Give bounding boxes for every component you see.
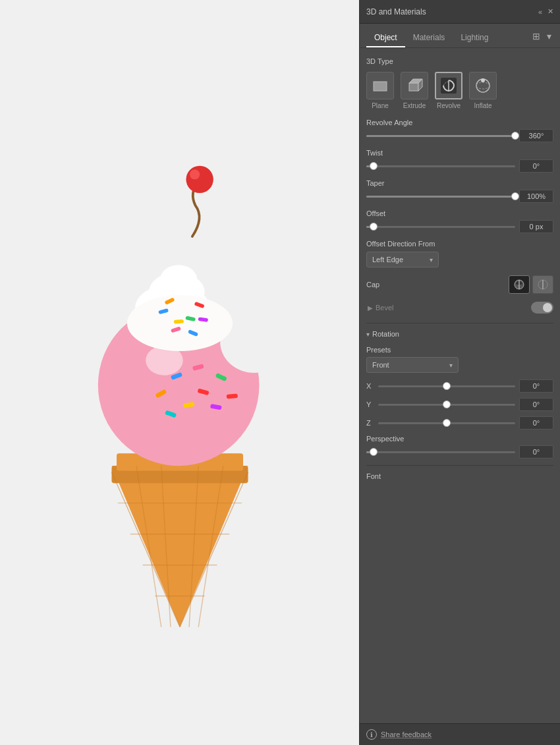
- presets-arrow-icon: ▾: [449, 362, 453, 369]
- x-track[interactable]: [378, 385, 515, 387]
- offset-direction-label: Offset Direction From: [366, 240, 553, 248]
- twist-value[interactable]: 0°: [519, 159, 553, 173]
- svg-rect-42: [409, 83, 418, 91]
- z-rotation-row: Z 0°: [366, 416, 553, 429]
- type-revolve[interactable]: Revolve: [435, 72, 462, 109]
- bevel-chevron-icon: ▶: [368, 304, 373, 312]
- ice-cream-image: [55, 76, 305, 669]
- type-plane[interactable]: Plane: [366, 72, 394, 109]
- offset-row: Offset 0 px: [366, 209, 553, 233]
- x-value[interactable]: 0°: [519, 379, 553, 393]
- bevel-label: Bevel: [376, 304, 394, 312]
- panel-3d-materials: 3D and Materials « ✕ Object Materials Li…: [359, 0, 560, 745]
- revolve-angle-value[interactable]: 360°: [519, 129, 553, 142]
- perspective-track[interactable]: [366, 451, 515, 453]
- svg-rect-40: [374, 82, 387, 91]
- svg-point-28: [159, 265, 196, 294]
- y-thumb: [443, 400, 451, 408]
- presets-label: Presets: [366, 346, 553, 354]
- perspective-value[interactable]: 0°: [519, 445, 553, 458]
- twist-control: 0°: [366, 159, 553, 173]
- svg-point-47: [476, 82, 490, 89]
- tab-object[interactable]: Object: [366, 29, 405, 47]
- close-btn[interactable]: ✕: [547, 7, 553, 16]
- feedback-info-icon: ℹ: [366, 729, 377, 740]
- presets-row: Presets Front ▾: [366, 346, 553, 373]
- divider-2: [366, 465, 553, 466]
- taper-track[interactable]: [366, 196, 515, 198]
- tab-icon-area: ⊞ ▾: [530, 30, 553, 47]
- perspective-label: Perspective: [366, 435, 553, 443]
- offset-control: 0 px: [366, 220, 553, 233]
- perspective-row: Perspective 0°: [366, 435, 553, 458]
- cap-btn-left[interactable]: [509, 275, 530, 294]
- collapse-btn[interactable]: «: [538, 8, 542, 16]
- z-thumb: [443, 419, 451, 427]
- z-label: Z: [366, 419, 374, 427]
- offset-direction-value: Left Edge: [372, 256, 403, 263]
- panel-title: 3D and Materials: [366, 7, 426, 16]
- feedback-bar[interactable]: ℹ Share feedback: [360, 723, 560, 745]
- offset-direction-arrow-icon: ▾: [430, 256, 433, 263]
- extrude-label: Extrude: [403, 102, 426, 109]
- twist-row: Twist 0°: [366, 149, 553, 173]
- type-inflate[interactable]: Inflate: [469, 72, 497, 109]
- presets-value: Front: [372, 361, 389, 369]
- panel-titlebar: 3D and Materials « ✕: [360, 0, 560, 24]
- twist-track[interactable]: [366, 165, 515, 167]
- cap-btn-right[interactable]: [532, 275, 553, 294]
- svg-point-48: [481, 78, 485, 82]
- tabs-bar: Object Materials Lighting ⊞ ▾: [360, 24, 560, 48]
- taper-row: Taper 100%: [366, 179, 553, 203]
- extrude-icon: [401, 72, 428, 99]
- 3d-type-label: 3D Type: [366, 57, 553, 65]
- font-section: Font: [366, 472, 553, 480]
- panel-controls: « ✕: [538, 7, 553, 16]
- bevel-left[interactable]: ▶ Bevel: [368, 304, 394, 312]
- twist-label: Twist: [366, 149, 553, 157]
- feedback-text[interactable]: Share feedback: [381, 731, 432, 738]
- taper-label: Taper: [366, 179, 553, 187]
- bevel-toggle[interactable]: [531, 302, 553, 314]
- tab-lighting[interactable]: Lighting: [453, 29, 496, 47]
- rotation-section-header[interactable]: ▾ Rotation: [366, 330, 553, 338]
- plane-label: Plane: [372, 102, 389, 109]
- revolve-label: Revolve: [437, 102, 461, 109]
- tab-materials[interactable]: Materials: [405, 29, 453, 47]
- revolve-angle-track[interactable]: [366, 135, 515, 137]
- z-track[interactable]: [378, 422, 515, 424]
- offset-direction-row: Offset Direction From Left Edge ▾: [366, 240, 553, 267]
- cap-label: Cap: [366, 281, 379, 289]
- revolve-angle-control: 360°: [366, 129, 553, 142]
- offset-track[interactable]: [366, 226, 515, 228]
- offset-value[interactable]: 0 px: [519, 220, 553, 233]
- panel-menu-icon[interactable]: ⊞: [530, 30, 542, 43]
- cap-buttons: [509, 275, 553, 294]
- rotation-chevron-icon: ▾: [366, 331, 370, 338]
- divider-1: [366, 323, 553, 323]
- offset-label: Offset: [366, 209, 553, 217]
- y-rotation-row: Y 0°: [366, 398, 553, 411]
- type-extrude[interactable]: Extrude: [401, 72, 428, 109]
- svg-point-38: [186, 165, 213, 192]
- svg-marker-0: [111, 466, 248, 627]
- x-thumb: [443, 382, 451, 390]
- bevel-toggle-knob: [543, 303, 552, 312]
- panel-scroll-content[interactable]: 3D Type Plane: [360, 48, 560, 723]
- perspective-control: 0°: [366, 445, 553, 458]
- x-label: X: [366, 382, 374, 390]
- taper-control: 100%: [366, 190, 553, 203]
- taper-value[interactable]: 100%: [519, 190, 553, 203]
- plane-icon: [366, 72, 394, 99]
- font-label: Font: [366, 472, 553, 480]
- y-value[interactable]: 0°: [519, 398, 553, 411]
- offset-direction-dropdown[interactable]: Left Edge ▾: [366, 252, 439, 267]
- presets-dropdown[interactable]: Front ▾: [366, 357, 459, 373]
- z-value[interactable]: 0°: [519, 416, 553, 429]
- rotation-section-title: Rotation: [372, 330, 399, 338]
- cap-row: Cap: [366, 275, 553, 294]
- y-track[interactable]: [378, 404, 515, 406]
- revolve-icon: [435, 72, 462, 99]
- panel-chevron-down-icon[interactable]: ▾: [545, 30, 553, 43]
- y-label: Y: [366, 400, 374, 408]
